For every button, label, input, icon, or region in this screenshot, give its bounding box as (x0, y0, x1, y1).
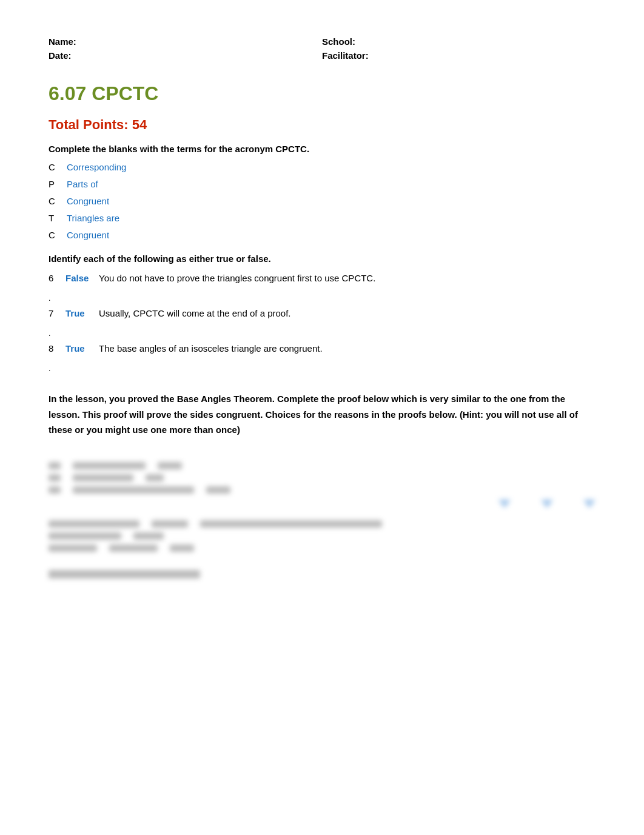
tf-verdict-7: True (65, 306, 99, 321)
page-title: 6.07 CPCTC (49, 82, 595, 105)
answer-congruent1: Congruent (67, 194, 109, 209)
header-right: School: Facilitator: (322, 36, 595, 64)
total-points: Total Points: 54 (49, 117, 595, 133)
name-label: Name: (49, 36, 322, 47)
dropdown-icon-3[interactable] (583, 500, 595, 508)
header: Name: Date: School: Facilitator: (49, 36, 595, 64)
section1-instruction: Complete the blanks with the terms for t… (49, 144, 595, 154)
tf-number-6: 6 (49, 271, 61, 286)
answer-parts-of: Parts of (67, 177, 98, 192)
dot-row-3: . (49, 364, 595, 373)
list-item: C Congruent (49, 194, 595, 209)
dropdown-icon-1[interactable] (498, 500, 511, 508)
school-label: School: (322, 36, 595, 47)
facilitator-label: Facilitator: (322, 50, 595, 61)
header-left: Name: Date: (49, 36, 322, 64)
letter-c3: C (49, 228, 61, 243)
acronym-list: C Corresponding P Parts of C Congruent T… (49, 160, 595, 243)
tf-text-7: Usually, CPCTC will come at the end of a… (99, 306, 595, 321)
section-tf: Identify each of the following as either… (49, 253, 595, 373)
tf-verdict-8: True (65, 341, 99, 356)
letter-c2: C (49, 194, 61, 209)
tf-number-7: 7 (49, 306, 61, 321)
list-item: P Parts of (49, 177, 595, 192)
tf-item-6: 6 False You do not have to prove the tri… (49, 271, 595, 286)
proof-instruction: In the lesson, you proved the Base Angle… (49, 391, 595, 438)
tf-number-8: 8 (49, 341, 61, 356)
letter-p: P (49, 177, 61, 192)
answer-triangles-are: Triangles are (67, 211, 119, 226)
tf-list: 6 False You do not have to prove the tri… (49, 271, 595, 373)
list-item: C Congruent (49, 228, 595, 243)
letter-t: T (49, 211, 61, 226)
dot-row-2: . (49, 329, 595, 338)
tf-text-8: The base angles of an isosceles triangle… (99, 341, 595, 356)
section2-instruction: Identify each of the following as either… (49, 253, 595, 264)
list-item: T Triangles are (49, 211, 595, 226)
blurred-content (49, 450, 595, 591)
dot-row-1: . (49, 294, 595, 303)
letter-c1: C (49, 160, 61, 175)
section-proof: In the lesson, you proved the Base Angle… (49, 391, 595, 591)
tf-item-7: 7 True Usually, CPCTC will come at the e… (49, 306, 595, 321)
tf-verdict-6: False (65, 271, 99, 286)
tf-text-6: You do not have to prove the triangles c… (99, 271, 595, 286)
answer-corresponding: Corresponding (67, 160, 126, 175)
tf-item-8: 8 True The base angles of an isosceles t… (49, 341, 595, 356)
date-label: Date: (49, 50, 322, 61)
section-acronym: Complete the blanks with the terms for t… (49, 144, 595, 243)
list-item: C Corresponding (49, 160, 595, 175)
answer-congruent2: Congruent (67, 228, 109, 243)
dropdown-icon-2[interactable] (541, 500, 553, 508)
